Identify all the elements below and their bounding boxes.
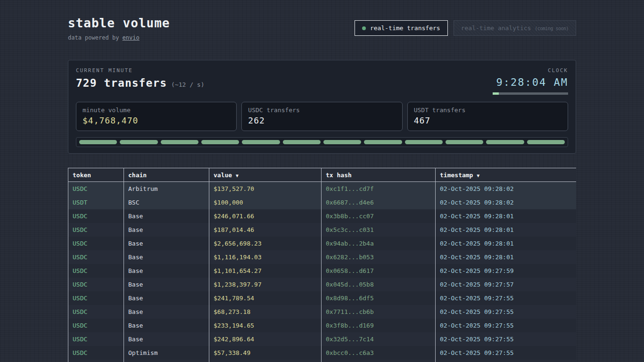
value-cell: $1,101,654.27 bbox=[209, 264, 322, 278]
timestamp-cell: 02-Oct-2025 09:28:01 bbox=[436, 209, 576, 223]
chain-cell: Arbitrum bbox=[124, 182, 209, 196]
chain-cell: Base bbox=[124, 319, 209, 332]
transfer-count: 729 transfers bbox=[76, 77, 167, 89]
activity-segment bbox=[283, 140, 321, 144]
activity-segment bbox=[79, 140, 117, 144]
chain-cell: Base bbox=[124, 332, 209, 346]
stat-label: minute volume bbox=[83, 107, 230, 114]
tx-hash-link[interactable]: 0x6687...d4e6 bbox=[322, 196, 436, 209]
tx-hash-link[interactable]: 0x8d98...6df5 bbox=[322, 291, 436, 305]
tx-hash-link[interactable]: 0xbcc0...c6a3 bbox=[322, 346, 436, 360]
clock-label: CLOCK bbox=[493, 67, 568, 74]
column-header-tx-hash: tx hash bbox=[322, 168, 436, 182]
timestamp-cell: 02-Oct-2025 09:28:02 bbox=[436, 196, 576, 209]
value-cell: $246,071.66 bbox=[209, 209, 322, 223]
stat-value: 262 bbox=[248, 115, 396, 125]
value-cell: $100,000 bbox=[209, 196, 322, 209]
activity-segment-bar bbox=[76, 137, 568, 147]
activity-segment bbox=[242, 140, 280, 144]
timestamp-cell: 02-Oct-2025 09:27:57 bbox=[436, 278, 576, 291]
chain-cell: Base bbox=[124, 264, 209, 278]
current-minute-block: CURRENT MINUTE 729 transfers (~12 / s) bbox=[76, 67, 204, 89]
activity-segment bbox=[486, 140, 524, 144]
chain-cell: BSC bbox=[124, 196, 209, 209]
value-cell: $137,527.70 bbox=[209, 182, 322, 196]
stat-label: USDC transfers bbox=[248, 107, 396, 114]
value-cell: $57,338.49 bbox=[209, 346, 322, 360]
activity-segment bbox=[364, 140, 402, 144]
chain-cell: Base bbox=[124, 360, 209, 362]
value-cell: $187,014.46 bbox=[209, 223, 322, 237]
timestamp-cell: 02-Oct-2025 09:28:02 bbox=[436, 182, 576, 196]
timestamp-cell: 02-Oct-2025 09:27:55 bbox=[436, 332, 576, 346]
subtitle-text: data powered by bbox=[68, 34, 119, 41]
tx-hash-link[interactable]: 0xc1f1...cd7f bbox=[322, 182, 436, 196]
column-header-timestamp[interactable]: timestamp ▼ bbox=[436, 168, 576, 182]
chain-cell: Base bbox=[124, 278, 209, 291]
timestamp-cell: 02-Oct-2025 09:28:01 bbox=[436, 223, 576, 237]
activity-segment bbox=[161, 140, 198, 144]
live-dot-icon bbox=[362, 26, 366, 30]
token-cell: USDC bbox=[68, 332, 124, 346]
clock-time: 9:28:04 AM bbox=[493, 76, 568, 88]
minute-progress-fill bbox=[493, 92, 499, 95]
stat-value: $4,768,470 bbox=[83, 115, 230, 125]
column-header-value[interactable]: value ▼ bbox=[209, 168, 322, 182]
value-cell: $241,789.54 bbox=[209, 291, 322, 305]
timestamp-cell: 02-Oct-2025 09:28:01 bbox=[436, 250, 576, 264]
tx-hash-link[interactable]: 0x3f8b...d169 bbox=[322, 319, 436, 332]
page-title: stable volume bbox=[68, 16, 170, 30]
tx-hash-link[interactable]: 0x6282...b053 bbox=[322, 250, 436, 264]
timestamp-cell: 02-Oct-2025 09:27:55 bbox=[436, 346, 576, 360]
tab-bar: real-time transfers real-time analytics … bbox=[355, 20, 576, 36]
timestamp-cell: 02-Oct-2025 09:27:59 bbox=[436, 264, 576, 278]
coming-soon-badge: (coming soon) bbox=[535, 26, 569, 31]
chain-cell: Base bbox=[124, 209, 209, 223]
token-cell: USDT bbox=[68, 196, 124, 209]
timestamp-cell: 02-Oct-2025 09:27:55 bbox=[436, 305, 576, 319]
token-cell: USDC bbox=[68, 305, 124, 319]
stat-usdt-transfers: USDT transfers 467 bbox=[407, 102, 568, 131]
current-minute-label: CURRENT MINUTE bbox=[76, 67, 204, 74]
activity-segment bbox=[323, 140, 361, 144]
chain-cell: Base bbox=[124, 291, 209, 305]
tx-hash-link[interactable]: 0x32d5...7c14 bbox=[322, 332, 436, 346]
tx-hash-link[interactable]: 0x045d...05b8 bbox=[322, 278, 436, 291]
chain-cell: Base bbox=[124, 223, 209, 237]
sort-desc-icon: ▼ bbox=[236, 173, 239, 178]
timestamp-cell: 02-Oct-2025 09:27:53 bbox=[436, 360, 576, 362]
value-cell: $242,896.64 bbox=[209, 332, 322, 346]
column-header-chain: chain bbox=[124, 168, 209, 182]
value-cell: $68,273.18 bbox=[209, 305, 322, 319]
header: stable volume data powered by envio real… bbox=[68, 16, 576, 41]
chain-cell: Base bbox=[124, 305, 209, 319]
tx-hash-link[interactable]: 0xbf75...3661 bbox=[322, 360, 436, 362]
tab-label: real-time transfers bbox=[370, 25, 440, 32]
token-cell: USDC bbox=[68, 319, 124, 332]
transfer-rate: (~12 / s) bbox=[171, 81, 204, 88]
tx-hash-link[interactable]: 0x5c3c...c031 bbox=[322, 223, 436, 237]
title-block: stable volume data powered by envio bbox=[68, 16, 170, 41]
token-cell: USDC bbox=[68, 346, 124, 360]
timestamp-cell: 02-Oct-2025 09:27:55 bbox=[436, 319, 576, 332]
chain-cell: Base bbox=[124, 250, 209, 264]
timestamp-cell: 02-Oct-2025 09:27:55 bbox=[436, 291, 576, 305]
token-cell: USDC bbox=[68, 360, 124, 362]
envio-link[interactable]: envio bbox=[123, 34, 140, 41]
value-cell: $1,238,397.97 bbox=[209, 278, 322, 291]
tx-hash-link[interactable]: 0x0658...d617 bbox=[322, 264, 436, 278]
value-cell: $233,194.65 bbox=[209, 319, 322, 332]
value-cell: $1,116,194.03 bbox=[209, 250, 322, 264]
activity-segment bbox=[446, 140, 483, 144]
clock-block: CLOCK 9:28:04 AM bbox=[493, 67, 568, 95]
value-cell: $2,656,698.23 bbox=[209, 237, 322, 250]
stat-boxes: minute volume $4,768,470 USDC transfers … bbox=[76, 102, 568, 131]
stat-value: 467 bbox=[414, 115, 561, 125]
token-cell: USDC bbox=[68, 264, 124, 278]
column-header-token: token bbox=[68, 168, 124, 182]
stat-minute-volume: minute volume $4,768,470 bbox=[76, 102, 237, 131]
tx-hash-link[interactable]: 0x7711...cb6b bbox=[322, 305, 436, 319]
tx-hash-link[interactable]: 0x94ab...2b4a bbox=[322, 237, 436, 250]
tx-hash-link[interactable]: 0x3b8b...cc07 bbox=[322, 209, 436, 223]
tab-real-time-transfers[interactable]: real-time transfers bbox=[355, 20, 448, 36]
